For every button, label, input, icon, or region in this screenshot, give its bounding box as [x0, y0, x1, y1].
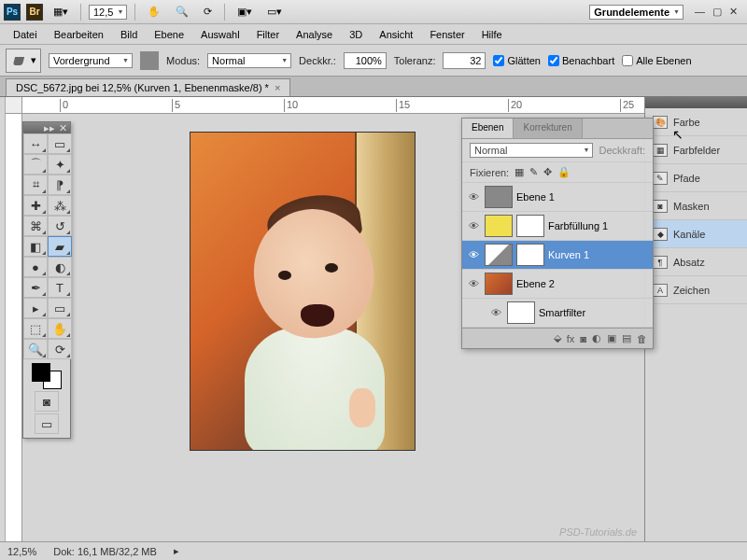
contiguous-checkbox[interactable]: Benachbart [548, 55, 614, 66]
menu-filter[interactable]: Filter [249, 26, 287, 43]
menu-ebene[interactable]: Ebene [147, 26, 191, 43]
dock-item-kanäle[interactable]: ◆Kanäle [645, 220, 747, 248]
color-swatches[interactable] [32, 363, 62, 389]
zoom-tool-shortcut[interactable]: 🔍 [171, 3, 193, 21]
visibility-icon[interactable]: 👁 [466, 248, 481, 261]
layer-thumbnail[interactable] [507, 301, 535, 324]
visibility-icon[interactable]: 👁 [466, 219, 481, 232]
menu-bearbeiten[interactable]: Bearbeiten [47, 26, 111, 43]
toolbox-header[interactable]: ▸▸✕ [23, 122, 70, 133]
status-menu-arrow[interactable]: ▸ [174, 545, 179, 557]
quick-mask-toggle[interactable]: ◙ [35, 391, 59, 412]
zoom-status[interactable]: 12,5% [7, 546, 36, 557]
new-layer-icon[interactable]: ▤ [622, 332, 631, 344]
delete-layer-icon[interactable]: 🗑 [637, 333, 647, 344]
rotate-tool[interactable]: ⟳ [48, 339, 72, 359]
blend-mode-dropdown[interactable]: Normal [207, 53, 291, 68]
dock-header[interactable] [645, 97, 747, 108]
maximize-button[interactable]: ▢ [712, 6, 722, 18]
mask-thumbnail[interactable] [516, 244, 544, 266]
layer-mask-icon[interactable]: ◙ [580, 333, 586, 344]
dock-item-absatz[interactable]: ¶Absatz [645, 248, 747, 276]
tool-preset-picker[interactable]: ▾ [6, 49, 41, 73]
layer-row[interactable]: 👁Ebene 2 [462, 270, 653, 299]
lock-pixels-icon[interactable]: ✎ [529, 166, 538, 178]
menu-auswahl[interactable]: Auswahl [193, 26, 247, 43]
layer-thumbnail[interactable] [485, 244, 513, 266]
menu-3d[interactable]: 3D [342, 26, 370, 43]
type-tool[interactable]: T [48, 277, 72, 298]
menu-hilfe[interactable]: Hilfe [474, 26, 510, 43]
screen-mode-menu[interactable]: ▭▾ [262, 3, 287, 21]
layer-thumbnail[interactable] [485, 273, 513, 295]
marquee-tool[interactable]: ▭ [48, 133, 72, 154]
move-tool[interactable]: ↔ [23, 133, 48, 154]
brush-tool[interactable]: ⁂ [48, 195, 72, 216]
lock-transparency-icon[interactable]: ▦ [514, 166, 524, 178]
hand-tool-shortcut[interactable]: ✋ [143, 3, 165, 21]
menu-bild[interactable]: Bild [113, 26, 145, 43]
visibility-icon[interactable]: 👁 [488, 306, 503, 319]
opacity-input[interactable] [344, 52, 387, 69]
path-select-tool[interactable]: ▸ [23, 298, 48, 318]
zoom-dropdown[interactable]: 12,5 [89, 5, 127, 20]
dock-item-masken[interactable]: ◙Masken [645, 192, 747, 220]
close-button[interactable]: ✕ [729, 6, 738, 18]
layers-tab[interactable]: Ebenen [462, 119, 514, 138]
fill-color-swatch[interactable] [140, 51, 159, 70]
eyedropper-tool[interactable]: ⁋ [48, 175, 72, 195]
pen-tool[interactable]: ✒ [23, 277, 48, 298]
menu-datei[interactable]: Datei [6, 26, 45, 43]
wand-tool[interactable]: ✦ [48, 154, 72, 175]
minimize-button[interactable]: — [695, 6, 705, 18]
vertical-ruler[interactable] [6, 114, 22, 541]
foreground-color-swatch[interactable] [32, 363, 50, 382]
workspace-switcher[interactable]: Grundelemente [589, 5, 684, 20]
horizontal-ruler[interactable]: 0510152025 [22, 97, 644, 114]
screen-mode-toggle[interactable]: ▭ [35, 413, 59, 434]
stamp-tool[interactable]: ⌘ [23, 216, 48, 236]
crop-tool[interactable]: ⌗ [23, 175, 48, 195]
visibility-icon[interactable]: 👁 [466, 190, 481, 203]
arrange-docs-menu[interactable]: ▣▾ [233, 3, 257, 21]
ruler-origin[interactable] [6, 97, 22, 114]
layer-row[interactable]: 👁Ebene 1 [462, 183, 653, 212]
layout-menu[interactable]: ▦▾ [49, 3, 73, 21]
rotate-view-shortcut[interactable]: ⟳ [199, 3, 217, 21]
dodge-tool[interactable]: ◐ [48, 257, 72, 277]
layer-blend-mode-dropdown[interactable]: Normal [470, 143, 593, 158]
layer-style-icon[interactable]: fx [567, 333, 575, 344]
eraser-tool[interactable]: ◧ [23, 236, 48, 257]
bridge-icon[interactable]: Br [26, 4, 43, 21]
zoom-tool[interactable]: 🔍 [23, 339, 48, 359]
docsize-status[interactable]: Dok: 16,1 MB/32,2 MB [53, 546, 157, 557]
antialias-checkbox[interactable]: Glätten [493, 55, 540, 66]
dock-item-farbe[interactable]: 🎨Farbe [645, 108, 747, 136]
dock-item-pfade[interactable]: ✎Pfade [645, 164, 747, 192]
dock-item-farbfelder[interactable]: ▦Farbfelder [645, 136, 747, 164]
tolerance-input[interactable] [443, 52, 486, 69]
lock-position-icon[interactable]: ✥ [543, 166, 552, 178]
lasso-tool[interactable]: ⌒ [23, 154, 48, 175]
all-layers-checkbox[interactable]: Alle Ebenen [622, 55, 691, 66]
visibility-icon[interactable]: 👁 [466, 277, 481, 290]
shape-tool[interactable]: ▭ [48, 298, 72, 318]
paint-bucket-tool[interactable]: ▰ [48, 236, 72, 257]
adjustment-layer-icon[interactable]: ◐ [592, 332, 601, 344]
layer-row[interactable]: 👁Kurven 1 [462, 241, 653, 270]
mask-thumbnail[interactable] [516, 215, 544, 237]
hand-tool[interactable]: ✋ [48, 318, 72, 339]
history-brush-tool[interactable]: ↺ [48, 216, 72, 236]
dock-item-zeichen[interactable]: AZeichen [645, 276, 747, 304]
adjustments-tab[interactable]: Korrekturen [514, 119, 582, 138]
menu-analyse[interactable]: Analyse [289, 26, 340, 43]
layer-row[interactable]: 👁Smartfilter [462, 299, 653, 328]
document-tab[interactable]: DSC_5672.jpg bei 12,5% (Kurven 1, Ebenen… [6, 78, 290, 96]
menu-ansicht[interactable]: Ansicht [372, 26, 420, 43]
layer-thumbnail[interactable] [485, 186, 513, 208]
3d-tool[interactable]: ⬚ [23, 318, 48, 339]
lock-all-icon[interactable]: 🔒 [557, 166, 571, 178]
link-layers-icon[interactable]: ⬙ [554, 332, 561, 344]
close-tab-icon[interactable]: × [275, 82, 280, 93]
blur-tool[interactable]: ● [23, 257, 48, 277]
